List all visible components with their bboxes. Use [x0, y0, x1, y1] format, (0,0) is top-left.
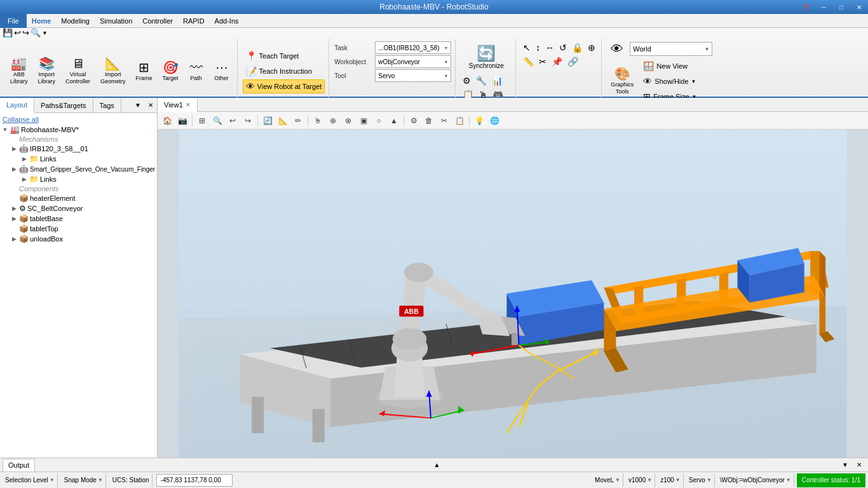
vt-rotate[interactable]: 🔄: [261, 114, 275, 128]
vt-redo-view[interactable]: ↪: [241, 114, 255, 128]
view1-close-icon[interactable]: ✕: [186, 102, 191, 108]
speed-dropdown[interactable]: v1000 ▼: [626, 473, 655, 487]
abb-library-button[interactable]: 🏭 ABBLibrary: [6, 55, 32, 88]
world-dropdown[interactable]: World: [630, 42, 712, 56]
tab-paths-targets[interactable]: Paths&Targets: [34, 98, 93, 113]
freehand-btn-6[interactable]: ⊕: [586, 41, 597, 54]
vt-home-btn[interactable]: 🏠: [160, 114, 174, 128]
help-btn[interactable]: ❓: [797, 0, 815, 14]
tool-dropdown[interactable]: Servo ▼: [686, 473, 715, 487]
tree-item-heater[interactable]: 📦 heaterElement: [0, 193, 157, 203]
vt-light[interactable]: 💡: [472, 114, 486, 128]
tree-item-belt[interactable]: ▶ ⚙ SC_BeltConveyor: [0, 203, 157, 214]
expand-root[interactable]: ▼: [1, 126, 9, 133]
ctrl-btn-3[interactable]: 📊: [490, 74, 505, 87]
3d-scene[interactable]: ABB: [158, 130, 868, 458]
import-library-button[interactable]: 📚 ImportLibrary: [34, 55, 60, 88]
quick-save-icon[interactable]: 💾: [3, 28, 13, 37]
tab-layout[interactable]: Layout: [0, 98, 34, 113]
vt-zoom[interactable]: 🔍: [210, 114, 224, 128]
tree-item-tablettop[interactable]: 📦 tabletTop: [0, 224, 157, 234]
vt-rect[interactable]: ▣: [356, 114, 370, 128]
expand-tabletbase[interactable]: ▶: [10, 215, 18, 222]
freehand-btn-1[interactable]: ↖: [521, 41, 532, 54]
frame-button[interactable]: ⊞ Frame: [132, 58, 156, 85]
tree-item-irb120[interactable]: ▶ 🤖 IRB120_3_58__01: [0, 144, 157, 154]
quick-undo-icon[interactable]: ↩: [14, 28, 21, 37]
vt-remove[interactable]: ⊗: [341, 114, 355, 128]
import-geometry-button[interactable]: 📐 ImportGeometry: [97, 55, 130, 88]
view-robot-at-target-button[interactable]: 👁 View Robot at Target: [243, 79, 325, 93]
vt-delete[interactable]: 🗑: [422, 114, 436, 128]
teach-instruction-button[interactable]: 📝 Teach Instruction: [243, 64, 325, 78]
expand-unloadbox[interactable]: ▶: [10, 236, 18, 242]
ctrl-btn-1[interactable]: ⚙: [461, 74, 473, 87]
view1-tab[interactable]: View1 ✕: [158, 98, 198, 112]
tool-dropdown[interactable]: Servo: [375, 69, 451, 82]
tree-item-smart-gripper[interactable]: ▶ 🤖 Smart_Gripper_Servo_One_Vacuum_Finge…: [0, 164, 157, 174]
collapse-all-link[interactable]: Collapse all: [0, 114, 157, 125]
output-close-btn[interactable]: ✕: [853, 458, 865, 472]
freehand-btn-10[interactable]: 🔗: [566, 55, 580, 68]
freehand-btn-8[interactable]: ✂: [537, 55, 548, 68]
task-dropdown[interactable]: ...OB1(IRB120_3_58): [375, 41, 451, 54]
new-view-button[interactable]: 🪟 New View: [640, 59, 700, 73]
other-button[interactable]: ⋯ Other: [210, 58, 233, 85]
vt-settings[interactable]: ⚙: [407, 114, 421, 128]
workobject-dropdown[interactable]: wObjConveyor: [375, 55, 451, 68]
tree-item-root[interactable]: ▼ 🏭 Robohaaste-MBV*: [0, 125, 157, 135]
expand-links2[interactable]: ▶: [20, 176, 28, 182]
vt-camera-btn[interactable]: 📷: [175, 114, 189, 128]
menu-addins[interactable]: Add-Ins: [210, 14, 244, 28]
vt-tri[interactable]: ▲: [387, 114, 401, 128]
menu-home[interactable]: Home: [27, 14, 57, 28]
virtual-controller-button[interactable]: 🖥 VirtualController: [62, 55, 94, 88]
freehand-btn-7[interactable]: 📏: [521, 55, 536, 68]
vt-zoom-extent[interactable]: ⊞: [195, 114, 209, 128]
menu-rapid[interactable]: RAPID: [178, 14, 210, 28]
vt-measure[interactable]: 📐: [276, 114, 290, 128]
graphics-tools-button[interactable]: 🎨 GraphicsTools: [607, 65, 637, 98]
show-hide-button[interactable]: 👁 Show/Hide ▼: [640, 74, 700, 88]
target-button[interactable]: 🎯 Target: [159, 58, 182, 85]
tree-item-tabletbase[interactable]: ▶ 📦 tabletBase: [0, 214, 157, 224]
path-button[interactable]: 〰 Path: [185, 58, 208, 85]
selection-level-dropdown[interactable]: Selection Level ▼: [3, 473, 58, 487]
output-tab[interactable]: Output: [3, 459, 35, 471]
vt-select[interactable]: 🖱: [311, 114, 325, 128]
expand-belt[interactable]: ▶: [10, 205, 18, 212]
maximize-btn[interactable]: □: [832, 0, 850, 14]
view-icon-button[interactable]: 👁: [607, 40, 627, 58]
vt-undo-view[interactable]: ↩: [226, 114, 240, 128]
output-menu-btn[interactable]: ▼: [839, 458, 851, 472]
panel-close-btn[interactable]: ✕: [144, 98, 157, 112]
minimize-btn[interactable]: ─: [815, 0, 832, 14]
freehand-btn-9[interactable]: 📌: [550, 55, 564, 68]
vt-copy[interactable]: 📋: [452, 114, 466, 128]
output-expand-btn[interactable]: ▲: [431, 460, 443, 470]
vt-cut[interactable]: ✂: [437, 114, 451, 128]
close-btn[interactable]: ✕: [850, 0, 868, 14]
snap-mode-dropdown[interactable]: Snap Mode ▼: [62, 473, 106, 487]
tree-item-links2[interactable]: ▶ 📁 Links: [0, 174, 157, 184]
ctrl-btn-2[interactable]: 🔧: [474, 74, 489, 87]
freehand-btn-2[interactable]: ↕: [534, 41, 542, 54]
vt-edit[interactable]: ✏: [291, 114, 305, 128]
freehand-btn-5[interactable]: 🔒: [570, 41, 585, 54]
quick-dropdown-icon[interactable]: ▼: [42, 30, 48, 36]
freehand-btn-4[interactable]: ↺: [557, 41, 569, 54]
expand-links1[interactable]: ▶: [20, 156, 28, 162]
panel-menu-btn[interactable]: ▼: [132, 98, 144, 112]
menu-controller[interactable]: Controller: [137, 14, 178, 28]
freehand-btn-3[interactable]: ↔: [543, 41, 556, 54]
tree-item-links1[interactable]: ▶ 📁 Links: [0, 154, 157, 164]
teach-target-button[interactable]: 📍 Teach Target: [243, 49, 325, 63]
menu-modeling[interactable]: Modeling: [56, 14, 95, 28]
quick-zoom-icon[interactable]: 🔍: [31, 28, 41, 37]
vt-globe[interactable]: 🌐: [487, 114, 501, 128]
synchronize-button[interactable]: 🔄 Synchronize: [466, 42, 506, 72]
wobj-dropdown[interactable]: \WObj:=wObjConveyor ▼: [717, 473, 794, 487]
z-dropdown[interactable]: z100 ▼: [658, 473, 684, 487]
movel-dropdown[interactable]: MoveL ▼: [592, 473, 623, 487]
menu-simulation[interactable]: Simulation: [95, 14, 137, 28]
